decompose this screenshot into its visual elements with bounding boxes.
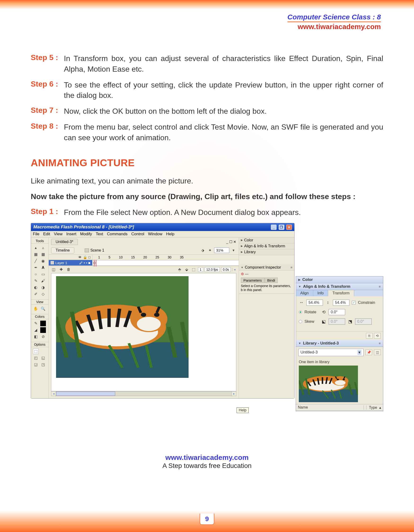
text-tool-icon[interactable]: A [40, 265, 46, 270]
color-panel-header[interactable]: Color [239, 238, 294, 243]
lasso-tool-icon[interactable]: ◉ [40, 258, 46, 264]
pen-tool-icon[interactable]: ✒ [33, 265, 39, 270]
scene-button[interactable]: Scene 1 [81, 247, 108, 253]
menu-item[interactable]: View [54, 232, 63, 236]
outline-icon[interactable]: □ [88, 255, 90, 259]
option-icon[interactable]: ◲ [33, 362, 39, 367]
bw-icon[interactable]: ◧ [33, 334, 39, 340]
align-tab[interactable]: Align [296, 290, 313, 296]
menu-item[interactable]: Window [148, 232, 162, 236]
scroll-left-icon[interactable]: ◂ [232, 268, 237, 271]
minimize-button[interactable]: _ [271, 225, 277, 230]
component-panel-header[interactable]: Component Inspector≡ [239, 265, 294, 270]
reset-transform-icon[interactable]: ⟲ [374, 333, 381, 339]
stroke-color-icon[interactable]: ✎ [33, 321, 39, 326]
paint-bucket-icon[interactable]: ◑ [40, 285, 46, 290]
option-icon[interactable]: ◱ [40, 355, 46, 361]
stage-canvas[interactable] [51, 273, 236, 391]
document-tab[interactable]: Untitled-3* [51, 239, 78, 245]
option-icon[interactable]: ◳ [40, 362, 46, 367]
selection-tool-icon[interactable]: ▴ [33, 245, 39, 251]
panel-menu-icon[interactable]: ≡ [379, 342, 381, 345]
constrain-checkbox[interactable]: ✓ [352, 301, 356, 304]
horizontal-scrollbar[interactable]: ◂▸ [51, 391, 236, 396]
scale-width-input[interactable]: 54.4% [306, 300, 323, 306]
ink-bottle-icon[interactable]: ◐ [33, 285, 39, 290]
brush-tool-icon[interactable]: 🖌 [40, 278, 46, 284]
transform-tab[interactable]: Transform [328, 290, 354, 296]
panel-menu-icon[interactable]: ≡ [379, 285, 381, 288]
rotate-input[interactable]: 0.0° [329, 309, 345, 315]
library-panel-header[interactable]: Library [239, 249, 294, 255]
oval-tool-icon[interactable]: ○ [33, 271, 39, 277]
line-tool-icon[interactable]: ╱ [33, 258, 39, 264]
scroll-right-icon[interactable]: ▸ [231, 391, 236, 396]
menu-bar[interactable]: FileEditViewInsertModifyTextCommandsCont… [31, 231, 294, 238]
title-bar[interactable]: Macromedia Flash Professional 8 - [Untit… [31, 223, 294, 231]
option-icon[interactable]: ◰ [33, 355, 39, 361]
timeline-ruler[interactable]: 15101520253035 [92, 255, 239, 266]
bindings-tab[interactable]: Bindi [265, 278, 278, 283]
type-column[interactable]: Type ▴ [364, 405, 381, 410]
rectangle-tool-icon[interactable]: ▭ [40, 271, 46, 277]
edit-frames-icon[interactable]: ⬚ [191, 267, 197, 272]
hand-tool-icon[interactable]: ✋ [33, 306, 39, 312]
zoom-tool-icon[interactable]: 🔍 [40, 306, 46, 312]
snap-option-icon[interactable]: ⬚ [33, 349, 39, 354]
scale-height-input[interactable]: 54.4% [333, 300, 349, 306]
stroke-swatch[interactable] [40, 321, 46, 326]
copy-transform-icon[interactable]: ⎘ [366, 333, 373, 339]
gradient-tool-icon[interactable]: ▩ [40, 252, 46, 257]
delete-layer-icon[interactable]: 🗑 [66, 267, 71, 272]
edit-symbol-icon[interactable]: ✦ [207, 247, 213, 253]
library-select[interactable]: Untitled-3 [298, 349, 364, 356]
eyedropper-icon[interactable]: ✐ [33, 291, 39, 297]
new-layer-icon[interactable]: ◫ [51, 267, 56, 272]
subselect-tool-icon[interactable]: ▵ [40, 245, 46, 251]
playhead-icon[interactable] [94, 260, 96, 266]
eraser-tool-icon[interactable]: ◇ [40, 291, 46, 297]
menu-item[interactable]: Control [131, 232, 144, 236]
edit-scene-icon[interactable]: ⬗ [200, 247, 206, 253]
doc-close-icons[interactable]: _ ☐ ✕ [226, 240, 236, 244]
close-button[interactable]: ✕ [286, 225, 292, 230]
free-transform-icon[interactable]: ▦ [33, 252, 39, 257]
zoom-input[interactable]: 31% [214, 247, 229, 253]
zoom-dropdown-icon[interactable]: ▾ [231, 247, 236, 253]
noswap-icon[interactable]: ⊘ [40, 334, 46, 340]
skew-radio[interactable] [299, 320, 302, 323]
pencil-tool-icon[interactable]: ✎ [33, 278, 39, 284]
scroll-left-icon[interactable]: ◂ [51, 391, 56, 396]
menu-item[interactable]: Commands [107, 232, 127, 236]
name-column[interactable]: Name [298, 405, 308, 410]
menu-item[interactable]: Text [96, 232, 103, 236]
scroll-thumb[interactable] [56, 391, 115, 396]
maximize-button[interactable]: ❐ [279, 225, 284, 230]
timeline-button[interactable]: Timeline [51, 247, 74, 254]
info-tab[interactable]: Info [313, 290, 328, 296]
onion-skin-icon[interactable]: ⬘ [177, 267, 183, 272]
rotate-radio[interactable] [299, 310, 302, 314]
menu-item[interactable]: Insert [66, 232, 77, 236]
lock-icon[interactable]: 🔒 [83, 255, 87, 259]
new-library-icon[interactable]: ◫ [374, 350, 381, 355]
option-icon[interactable] [40, 349, 46, 354]
color-float-header[interactable]: Color [296, 276, 383, 283]
fill-color-icon[interactable]: ◢ [33, 327, 39, 333]
eye-icon[interactable]: 👁 [78, 255, 82, 259]
align-float-header[interactable]: Align & Info & Transform≡ [296, 283, 383, 290]
fill-swatch[interactable] [40, 327, 46, 333]
align-panel-header[interactable]: Align & Info & Transform [239, 243, 294, 249]
layer-row[interactable]: Layer 1🖉 • • ■ [49, 260, 92, 266]
menu-item[interactable]: Help [166, 232, 174, 236]
panel-menu-icon[interactable]: ≡ [290, 266, 292, 269]
library-float-header[interactable]: Library - Untitled-3≡ [296, 340, 383, 347]
tiger-image[interactable] [56, 276, 189, 378]
parameters-tab[interactable]: Parameters [241, 278, 264, 283]
menu-item[interactable]: Edit [43, 232, 50, 236]
onion-outline-icon[interactable]: ⬙ [184, 267, 190, 272]
new-folder-icon[interactable]: ✚ [58, 267, 64, 272]
pin-library-icon[interactable]: 📌 [366, 350, 372, 355]
menu-item[interactable]: Modify [80, 232, 92, 236]
menu-item[interactable]: File [33, 232, 39, 236]
